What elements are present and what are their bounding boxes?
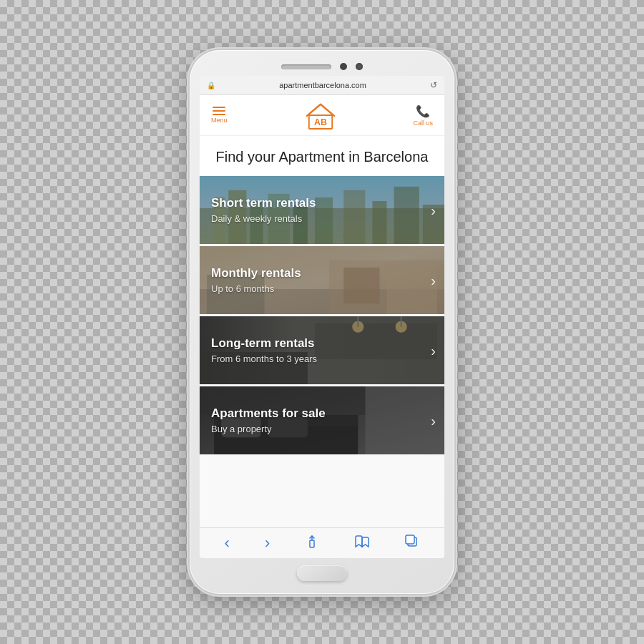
- phone-icon: 📞: [416, 104, 430, 118]
- bottom-nav: ‹ ›: [200, 527, 444, 558]
- sale-subtitle: Buy a property: [211, 424, 416, 434]
- card-content: Short term rentals Daily & weekly rental…: [200, 176, 444, 244]
- sensor: [340, 63, 347, 70]
- main-content: Find your Apartment in Barcelona: [200, 136, 444, 527]
- speaker: [281, 64, 331, 69]
- short-term-title: Short term rentals: [211, 196, 416, 210]
- svg-rect-35: [310, 540, 314, 547]
- logo-icon: AB: [303, 101, 338, 130]
- page-title: Find your Apartment in Barcelona: [200, 136, 444, 176]
- card-content-longterm: Long-term rentals From 6 months to 3 yea…: [200, 316, 444, 384]
- short-term-arrow: ›: [431, 202, 436, 218]
- short-term-card[interactable]: Short term rentals Daily & weekly rental…: [200, 176, 444, 244]
- browser-bar: 🔒 apartmentbarcelona.com ↺: [200, 76, 444, 95]
- tabs-button[interactable]: [405, 535, 419, 552]
- app-header: Menu AB 📞 Call us: [200, 95, 444, 136]
- hamburger-icon: [213, 107, 225, 115]
- call-button[interactable]: 📞 Call us: [413, 104, 433, 127]
- logo: AB: [303, 101, 338, 130]
- monthly-arrow: ›: [431, 272, 436, 288]
- longterm-arrow: ›: [431, 342, 436, 358]
- bookmarks-button[interactable]: [354, 535, 370, 552]
- menu-button[interactable]: Menu: [211, 107, 228, 124]
- monthly-title: Monthly rentals: [211, 266, 416, 280]
- longterm-card[interactable]: Long-term rentals From 6 months to 3 yea…: [200, 316, 444, 384]
- back-button[interactable]: ‹: [225, 534, 230, 552]
- lock-icon: 🔒: [207, 82, 215, 89]
- monthly-card[interactable]: Monthly rentals Up to 6 months ›: [200, 246, 444, 314]
- longterm-subtitle: From 6 months to 3 years: [211, 353, 416, 364]
- svg-rect-37: [406, 535, 414, 544]
- sale-card[interactable]: Apartments for sale Buy a property ›: [200, 386, 444, 454]
- longterm-title: Long-term rentals: [211, 336, 416, 351]
- svg-text:AB: AB: [314, 117, 327, 127]
- camera: [356, 63, 363, 70]
- forward-button[interactable]: ›: [265, 534, 270, 552]
- menu-label: Menu: [211, 117, 228, 124]
- call-label: Call us: [413, 119, 433, 127]
- phone-shell: 🔒 apartmentbarcelona.com ↺ Menu: [190, 50, 454, 594]
- refresh-icon[interactable]: ↺: [430, 80, 437, 90]
- card-content-monthly: Monthly rentals Up to 6 months: [200, 246, 444, 314]
- monthly-subtitle: Up to 6 months: [211, 283, 416, 294]
- sale-title: Apartments for sale: [211, 406, 416, 421]
- card-content-sale: Apartments for sale Buy a property: [200, 386, 444, 454]
- phone-top: [200, 63, 444, 70]
- short-term-subtitle: Daily & weekly rentals: [211, 213, 416, 224]
- home-button[interactable]: [297, 565, 347, 581]
- sale-arrow: ›: [431, 412, 436, 429]
- share-button[interactable]: [305, 535, 319, 552]
- screen: 🔒 apartmentbarcelona.com ↺ Menu: [200, 76, 444, 558]
- url-text: apartmentbarcelona.com: [221, 81, 424, 89]
